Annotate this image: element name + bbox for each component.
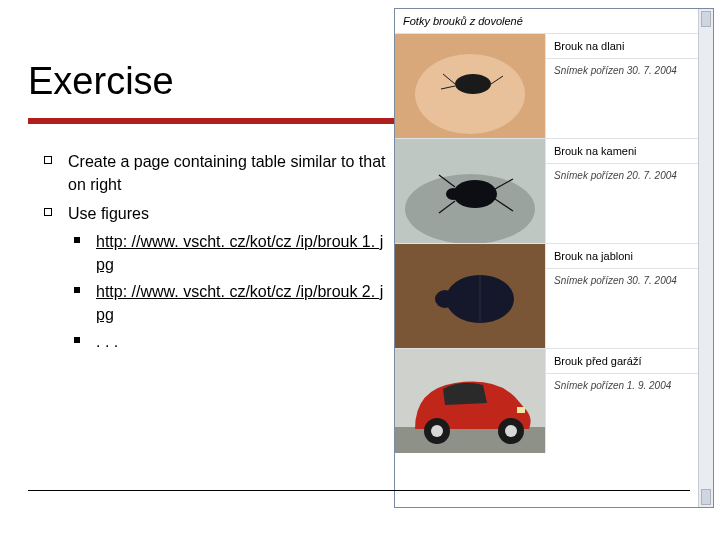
svg-point-24 (505, 425, 517, 437)
bullet-text: Create a page containing table similar t… (68, 153, 386, 193)
vw-beetle-car-image (395, 349, 545, 453)
table-row: Brouk na kameni Snímek pořízen 20. 7. 20… (395, 139, 713, 244)
example-browser-window: Fotky brouků z dovolené Brouk na dlani S (394, 8, 714, 508)
svg-point-9 (446, 188, 460, 200)
thumbnail-beetle-palm (395, 34, 546, 138)
list-item: http: //www. vscht. cz/kot/cz /ip/brouk … (68, 280, 390, 326)
example-table: Brouk na dlani Snímek pořízen 30. 7. 200… (395, 34, 713, 453)
beetle-on-stone-image (395, 139, 545, 243)
list-item: . . . (68, 330, 390, 353)
table-row: Brouk před garáží Snímek pořízen 1. 9. 2… (395, 349, 713, 453)
row-title: Brouk na kameni (546, 139, 713, 164)
table-cell-meta: Brouk na jabloni Snímek pořízen 30. 7. 2… (546, 244, 713, 348)
beetle-on-palm-image (395, 34, 545, 138)
row-title: Brouk na jabloni (546, 244, 713, 269)
ellipsis-text: . . . (96, 333, 118, 350)
row-date: Snímek pořízen 30. 7. 2004 (546, 269, 713, 348)
table-row: Brouk na dlani Snímek pořízen 30. 7. 200… (395, 34, 713, 139)
table-row: Brouk na jabloni Snímek pořízen 30. 7. 2… (395, 244, 713, 349)
thumbnail-red-car (395, 349, 546, 453)
thumbnail-beetle-tree (395, 244, 546, 348)
footer-rule (28, 490, 690, 491)
figure-url-link[interactable]: http: //www. vscht. cz/kot/cz /ip/brouk … (96, 233, 383, 273)
slide: Exercise Create a page containing table … (0, 0, 720, 540)
row-title: Brouk na dlani (546, 34, 713, 59)
scrollbar[interactable] (698, 9, 713, 507)
row-date: Snímek pořízen 20. 7. 2004 (546, 164, 713, 243)
bullet-list: Create a page containing table similar t… (40, 150, 390, 354)
example-page-title: Fotky brouků z dovolené (395, 9, 713, 34)
slide-body: Create a page containing table similar t… (40, 150, 390, 360)
row-title: Brouk před garáží (546, 349, 713, 374)
slide-title: Exercise (28, 60, 174, 103)
svg-point-22 (431, 425, 443, 437)
list-item: http: //www. vscht. cz/kot/cz /ip/brouk … (68, 230, 390, 276)
row-date: Snímek pořízen 1. 9. 2004 (546, 374, 713, 453)
beetle-on-tree-image (395, 244, 545, 348)
table-cell-meta: Brouk na kameni Snímek pořízen 20. 7. 20… (546, 139, 713, 243)
bullet-text: Use figures (68, 205, 149, 222)
table-cell-meta: Brouk na dlani Snímek pořízen 30. 7. 200… (546, 34, 713, 138)
svg-point-17 (435, 290, 455, 308)
svg-point-1 (415, 54, 525, 134)
svg-rect-25 (517, 407, 525, 413)
thumbnail-beetle-stone (395, 139, 546, 243)
list-item: Create a page containing table similar t… (40, 150, 390, 196)
svg-point-2 (455, 74, 491, 94)
row-date: Snímek pořízen 30. 7. 2004 (546, 59, 713, 138)
sub-bullet-list: http: //www. vscht. cz/kot/cz /ip/brouk … (68, 230, 390, 354)
table-cell-meta: Brouk před garáží Snímek pořízen 1. 9. 2… (546, 349, 713, 453)
figure-url-link[interactable]: http: //www. vscht. cz/kot/cz /ip/brouk … (96, 283, 383, 323)
list-item: Use figures http: //www. vscht. cz/kot/c… (40, 202, 390, 353)
